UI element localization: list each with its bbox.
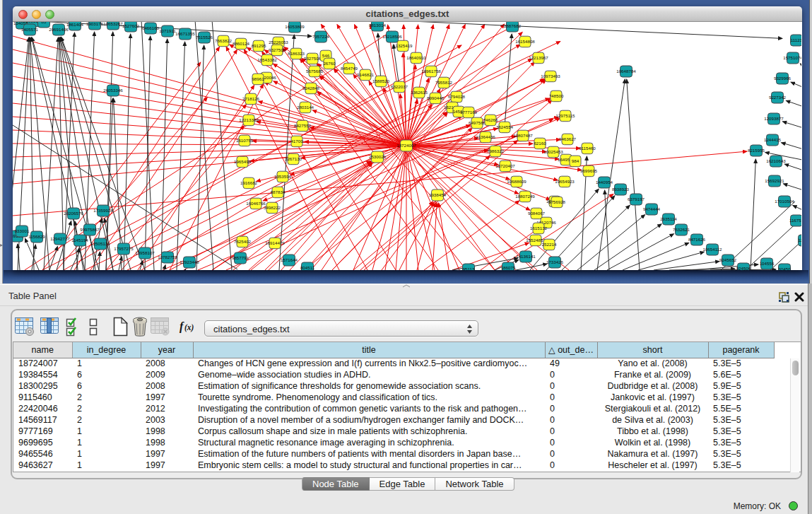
svg-text:16053809: 16053809 [285,24,305,29]
svg-text:804511: 804511 [300,265,315,270]
svg-text:1615132: 1615132 [530,226,548,230]
svg-text:1145194: 1145194 [71,238,88,243]
svg-text:1353594: 1353594 [274,174,292,179]
svg-text:7515526: 7515526 [196,35,213,40]
svg-text:2935114: 2935114 [660,216,677,221]
svg-text:104556: 104556 [760,261,775,266]
svg-text:1965498: 1965498 [234,159,252,164]
svg-text:25226053: 25226053 [269,40,288,45]
svg-text:10973493: 10973493 [541,74,560,78]
svg-text:748500: 748500 [549,93,564,98]
svg-text:16671355: 16671355 [175,31,195,36]
svg-text:12505135: 12505135 [90,241,110,246]
svg-text:62160: 62160 [534,141,546,146]
svg-text:1733426: 1733426 [546,259,564,264]
svg-text:9227342: 9227342 [769,95,787,100]
svg-text:9245652: 9245652 [719,257,737,262]
svg-text:12923448: 12923448 [180,259,199,264]
svg-text:12213369: 12213369 [239,117,259,122]
svg-text:16914479: 16914479 [265,240,285,245]
svg-text:8427552: 8427552 [294,123,312,128]
svg-text:17957275: 17957275 [114,246,134,251]
svg-text:10654112: 10654112 [702,247,722,252]
svg-text:15751074: 15751074 [783,55,801,60]
svg-text:891295: 891295 [252,43,266,48]
svg-text:10782759: 10782759 [158,255,177,259]
svg-text:2803144: 2803144 [297,105,314,110]
svg-text:9084067: 9084067 [528,211,546,216]
svg-text:12975115: 12975115 [555,113,575,118]
svg-text:8471626: 8471626 [688,237,706,242]
svg-text:16210643: 16210643 [766,158,786,163]
svg-text:9777169: 9777169 [460,110,478,115]
svg-text:(x): (x) [184,323,194,332]
svg-text:10025453: 10025453 [543,149,563,154]
svg-text:7357224: 7357224 [312,34,330,39]
svg-text:9327508: 9327508 [304,56,322,61]
svg-text:9146821: 9146821 [357,72,375,77]
svg-text:8454749: 8454749 [341,66,358,71]
svg-text:10807487: 10807487 [513,133,533,138]
svg-text:3624554: 3624554 [496,124,514,129]
svg-text:99975867: 99975867 [80,227,100,232]
svg-text:1903176: 1903176 [86,22,104,26]
svg-text:3498222: 3498222 [264,205,281,210]
svg-text:12093877: 12093877 [764,116,784,121]
svg-text:17010504: 17010504 [775,199,794,204]
svg-text:18724007: 18724007 [396,143,416,148]
svg-text:2718126: 2718126 [242,96,260,101]
svg-text:14136141: 14136141 [516,254,536,259]
svg-text:546: 546 [322,53,330,58]
svg-text:5756928: 5756928 [548,199,566,204]
svg-text:1861404: 1861404 [66,22,84,27]
svg-text:9242848: 9242848 [302,86,320,90]
svg-text:3267130: 3267130 [285,156,302,161]
svg-text:16543382: 16543382 [257,57,277,62]
svg-text:18807249: 18807249 [515,194,535,199]
svg-text:9463627: 9463627 [559,136,577,141]
svg-text:8813014: 8813014 [369,23,387,28]
svg-text:41700: 41700 [290,139,303,144]
svg-text:9474444: 9474444 [643,206,661,211]
svg-text:1071911: 1071911 [159,28,176,33]
svg-text:12213967: 12213967 [529,55,548,60]
svg-text:16154808: 16154808 [515,39,535,44]
svg-text:1588520: 1588520 [372,78,390,83]
svg-text:9327509: 9327509 [269,47,286,52]
svg-text:7632621: 7632621 [673,227,690,232]
svg-text:8186323: 8186323 [288,51,305,56]
svg-text:8860124: 8860124 [233,41,250,46]
svg-text:1916682: 1916682 [240,180,258,185]
svg-text:7663822: 7663822 [215,38,233,43]
svg-text:1156829: 1156829 [28,234,45,239]
svg-text:21364436: 21364436 [476,134,495,139]
svg-text:924506: 924506 [736,266,751,270]
svg-text:1527602: 1527602 [122,23,140,28]
svg-text:6466160: 6466160 [142,25,160,30]
svg-text:18640910: 18640910 [406,55,426,60]
svg-text:8938923: 8938923 [612,187,630,192]
svg-text:98961: 98961 [252,76,264,81]
svg-text:6322037: 6322037 [391,84,408,89]
svg-text:6794028: 6794028 [448,94,466,99]
svg-text:f: f [180,320,184,333]
svg-text:9857791: 9857791 [232,255,249,260]
svg-text:12942737: 12942737 [50,236,70,241]
svg-text:16961758: 16961758 [421,69,441,74]
svg-text:11325419: 11325419 [393,43,413,48]
svg-text:2887682: 2887682 [504,23,522,28]
svg-text:1362615: 1362615 [411,90,428,95]
svg-text:116753: 116753 [789,218,801,223]
svg-text:10648784: 10648784 [616,69,636,74]
svg-text:1938454: 1938454 [429,192,447,197]
svg-text:933001: 933001 [15,228,30,233]
svg-text:6379197: 6379197 [628,197,645,201]
svg-text:7986322: 7986322 [487,148,505,153]
svg-text:746266: 746266 [483,117,498,122]
svg-text:5675685: 5675685 [306,69,324,74]
svg-text:26760: 26760 [323,61,336,66]
svg-text:8990448: 8990448 [427,95,445,100]
svg-text:984: 984 [572,158,579,163]
svg-text:83: 83 [42,22,47,24]
svg-text:10653267: 10653267 [103,22,123,26]
